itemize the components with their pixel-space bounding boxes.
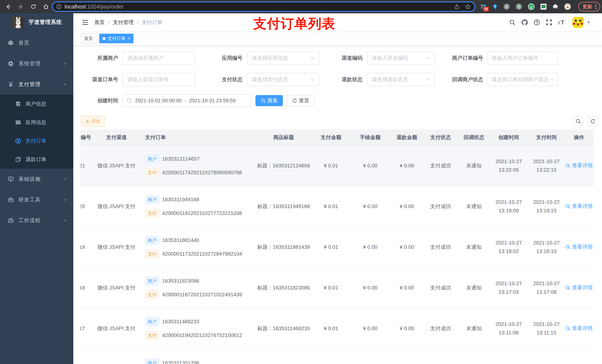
column-header: 应用编号 (80, 129, 93, 145)
extension-icon-3[interactable]: ⌘ (504, 3, 510, 10)
column-header: 回调状态 (459, 129, 489, 145)
date-start[interactable]: 2021-10-01 00:00:00 (135, 98, 182, 104)
form-field-支付状态[interactable]: 请选择支付状态 (247, 73, 320, 86)
shop-icon (15, 101, 21, 107)
sidebar-item-系统管理[interactable]: 系统管理 (0, 53, 73, 74)
form-label: 渠道订单号 (73, 76, 123, 83)
date-end[interactable]: 2021-10-31 23:59:59 (189, 98, 236, 104)
cell-amount: ¥ 0.01 (313, 186, 349, 227)
column-header: 支付渠道 (93, 129, 140, 145)
cell-fee: ¥ 0.00 (349, 227, 392, 268)
yen-circle-icon (15, 138, 21, 144)
column-header: 商品标题 (254, 129, 313, 145)
extension-icon-6[interactable] (540, 4, 547, 10)
github-icon[interactable] (521, 19, 528, 26)
sidebar-item-基础设施[interactable]: 基础设施 (0, 169, 73, 189)
address-bar[interactable]: localhost:1024/pay/order (52, 1, 475, 12)
bookmark-star-icon[interactable] (465, 4, 471, 10)
form-field-商户订单编号[interactable]: 请输入商户订单编号 (488, 52, 558, 65)
user-menu[interactable] (572, 17, 591, 28)
form-field-回调商户状态[interactable]: 请选择订单回调商户状态 (488, 73, 558, 86)
forward-button[interactable] (16, 2, 25, 11)
browser-menu-icon[interactable] (595, 4, 597, 10)
form-field-渠道订单号[interactable]: 请输入渠道订单号 (123, 73, 195, 86)
tab-支付订单[interactable]: 支付订单× (99, 34, 133, 43)
cell-pay-time: 2021-10-2713:11:15 (529, 308, 564, 349)
extensions-puzzle-icon[interactable] (552, 4, 558, 10)
cell-id: 121 (80, 145, 93, 186)
dashboard-icon (8, 40, 14, 46)
refresh-table-button[interactable] (587, 116, 598, 127)
profile-avatar-icon[interactable] (564, 3, 571, 10)
view-detail-link[interactable]: 查看详情 (565, 243, 593, 250)
sidebar-subitem-应用信息[interactable]: 应用信息 (0, 113, 73, 132)
cell-status: 支付成功 (422, 186, 459, 227)
form-field-应用编号[interactable]: 请选择应用信息 (247, 52, 320, 65)
tab-首页[interactable]: 首页 (81, 34, 96, 43)
search-button[interactable]: 搜索 (256, 95, 283, 106)
user-avatar[interactable] (572, 17, 583, 28)
view-detail-link[interactable]: 查看详情 (565, 203, 593, 210)
svg-text:y: y (530, 5, 532, 9)
view-detail-link[interactable]: 查看详情 (565, 162, 593, 169)
form-label: 所属商户 (73, 54, 123, 62)
sidebar-item-支付管理[interactable]: 支付管理 (0, 74, 73, 95)
font-size-icon[interactable] (558, 19, 565, 26)
cell-id: 120 (80, 186, 93, 227)
cell-order-no: 商户1635311823086 支付4200001167202110271022… (140, 268, 254, 308)
table-row: 118 微信 JSAPI 支付 商户1635311823086 支付420000… (80, 268, 594, 308)
breadcrumb-pay[interactable]: 支付管理 (113, 19, 134, 26)
extension-icon-5[interactable]: y (528, 3, 535, 10)
back-button[interactable] (4, 2, 13, 11)
home-button[interactable] (42, 2, 50, 11)
sidebar-subitem-商户信息[interactable]: 商户信息 (0, 95, 73, 113)
cell-create-time: 2021-10-2713:11:08 (489, 308, 529, 349)
browser-update-button[interactable]: 更新 (578, 2, 600, 11)
view-detail-link[interactable]: 查看详情 (565, 325, 593, 332)
form-field-退款状态[interactable]: 请选择退款状态 (367, 73, 435, 86)
date-range-input[interactable]: 2021-10-01 00:00:00 - 2021-10-31 23:59:5… (123, 94, 251, 107)
form-label: 支付状态 (195, 76, 247, 83)
cell-notify: 未通知 (459, 268, 489, 308)
search-icon (261, 98, 266, 103)
cell-create-time: 2021-10-2713:22:05 (489, 145, 529, 186)
cell-order-no: 商户1635311881440 支付4200001173202110272847… (140, 227, 254, 268)
close-tab-icon[interactable]: × (128, 36, 130, 41)
cell-title: 标题：1635311823086 (254, 268, 313, 308)
reset-button[interactable]: 重置 (287, 95, 314, 106)
site-info-icon[interactable] (56, 4, 62, 10)
hamburger-icon[interactable] (73, 19, 94, 26)
breadcrumb-home[interactable]: 首页 (94, 19, 105, 26)
share-icon[interactable] (454, 4, 460, 10)
cell-action: 查看详情 (564, 268, 594, 308)
view-detail-link[interactable]: 查看详情 (565, 284, 593, 291)
cell-amount: ¥ 0.01 (313, 308, 349, 349)
export-button[interactable]: 导出 (81, 116, 105, 126)
grid-icon (15, 119, 21, 125)
reload-button[interactable] (29, 2, 38, 11)
logo-row: 芋道管理系统 (0, 13, 73, 31)
sidebar-item-首页[interactable]: 首页 (0, 32, 73, 53)
fullscreen-icon[interactable] (546, 19, 552, 26)
sidebar-subitem-支付订单[interactable]: 支付订单 (0, 132, 73, 150)
extension-icon-1[interactable]: 10 (481, 4, 486, 10)
cell-order-no: 商户1635312124657 支付4200001174202110278060… (140, 145, 254, 186)
url-text: localhost:1024/pay/order (64, 4, 454, 10)
sidebar-item-工作流程[interactable]: 工作流程 (0, 210, 73, 231)
cell-status: 支付成功 (422, 268, 459, 308)
column-header: 退款金额 (392, 129, 422, 145)
header-search-icon[interactable] (509, 19, 516, 26)
sidebar-subitem-退款订单[interactable]: 退款订单 (0, 150, 73, 169)
form-field-渠道编码[interactable]: 请输入渠道编码 (367, 52, 435, 65)
extension-icon-4[interactable] (516, 3, 522, 10)
toggle-search-button[interactable] (573, 116, 584, 127)
help-icon[interactable] (534, 19, 540, 26)
cell-title: 标题：1635311468233 (254, 308, 313, 349)
cell-title: 标题：1635311881439 (254, 227, 313, 268)
extensions-area: 10 ⌘ y (481, 0, 571, 13)
extension-icon-2[interactable] (492, 4, 498, 10)
cell-amount: ¥ 0.01 (313, 145, 349, 186)
form-field-所属商户[interactable]: 请选择所属商户 (123, 52, 195, 65)
table-row: 121 微信 JSAPI 支付 商户1635312124657 支付420000… (80, 145, 594, 186)
sidebar-item-研发工具[interactable]: 研发工具 (0, 189, 73, 210)
